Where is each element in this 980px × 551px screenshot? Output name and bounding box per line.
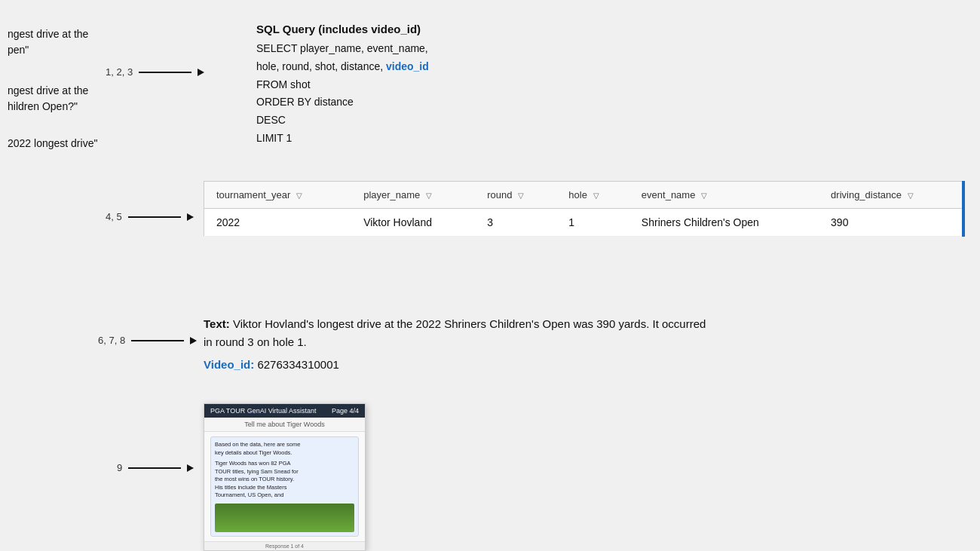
screenshot-video-thumbnail (215, 504, 354, 532)
cell-tournament-year: 2022 (204, 209, 352, 237)
arrowhead (187, 464, 194, 472)
col-player-name: player_name ▽ (351, 182, 475, 209)
sort-icon: ▽ (518, 191, 524, 200)
response-text: Text: Viktor Hovland's longest drive at … (204, 315, 716, 351)
sort-icon: ▽ (701, 191, 707, 200)
cell-player-name: Viktor Hovland (351, 209, 475, 237)
question-2: ngest drive at the hildren Open?" (8, 83, 158, 115)
sort-icon: ▽ (908, 191, 914, 200)
question-1: ngest drive at the pen" (8, 26, 158, 58)
cell-driving-distance: 390 (819, 209, 963, 237)
video-id-value: 6276334310001 (257, 358, 338, 371)
sort-icon: ▽ (296, 191, 302, 200)
screenshot-footer: Response 1 of 4 (204, 541, 365, 550)
col-driving-distance: driving_distance ▽ (819, 182, 963, 209)
sql-query-section: SQL Query (includes video_id) SELECT pla… (256, 23, 573, 148)
arrow-line (139, 72, 191, 73)
table-row: 2022 Viktor Hovland 3 1 Shriners Childre… (204, 209, 964, 237)
arrow-steps-678: 6, 7, 8 (98, 335, 197, 346)
cell-event-name: Shriners Children's Open (629, 209, 819, 237)
results-table: tournament_year ▽ player_name ▽ round ▽ … (204, 181, 965, 237)
col-tournament-year: tournament_year ▽ (204, 182, 352, 209)
response-body: Viktor Hovland's longest drive at the 20… (204, 317, 706, 348)
video-id-label: Video_id: (204, 358, 254, 371)
sql-title: SQL Query (includes video_id) (256, 23, 573, 35)
video-id-line: Video_id: 6276334310001 (204, 356, 716, 374)
text-response-section: Text: Viktor Hovland's longest drive at … (204, 315, 716, 374)
screenshot-preview: PGA TOUR GenAI Virtual Assistant Page 4/… (204, 403, 366, 551)
arrow-steps-123: 1, 2, 3 (106, 66, 204, 78)
sort-icon: ▽ (426, 191, 432, 200)
sql-code: SELECT player_name, event_name, hole, ro… (256, 40, 573, 148)
arrowhead (187, 213, 194, 221)
screenshot-header: PGA TOUR GenAI Virtual Assistant Page 4/… (204, 404, 365, 418)
arrow-steps-9: 9 (117, 462, 194, 473)
arrowhead (198, 69, 204, 76)
screenshot-response-area: Based on the data, here are some key det… (204, 432, 365, 541)
arrow-line (131, 340, 184, 341)
cell-hole: 1 (556, 209, 629, 237)
text-label: Text: (204, 317, 230, 330)
arrow-line (128, 467, 181, 469)
sort-icon: ▽ (593, 191, 599, 200)
cell-round: 3 (475, 209, 556, 237)
question-3: 2022 longest drive" (8, 136, 158, 152)
col-round: round ▽ (475, 182, 556, 209)
data-table-section: tournament_year ▽ player_name ▽ round ▽ … (204, 181, 965, 237)
arrow-line (128, 216, 181, 218)
arrowhead (190, 337, 197, 344)
col-hole: hole ▽ (556, 182, 629, 209)
col-event-name: event_name ▽ (629, 182, 819, 209)
screenshot-response-box: Based on the data, here are some key det… (210, 436, 359, 537)
screenshot-chat-input: Tell me about Tiger Woods (204, 418, 365, 432)
arrow-steps-45: 4, 5 (106, 211, 194, 222)
